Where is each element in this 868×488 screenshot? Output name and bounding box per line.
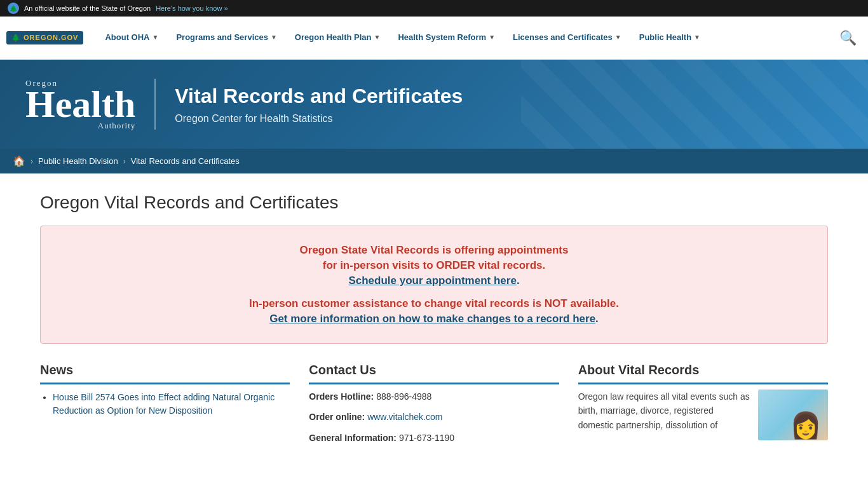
general-info-value: 971-673-1190 [399, 433, 454, 443]
about-image [758, 390, 828, 440]
page-title: Oregon Vital Records and Certificates [40, 193, 828, 213]
nav-health-system-reform[interactable]: Health System Reform ▼ [389, 17, 504, 60]
alert-line-2: for in-person visits to ORDER vital reco… [66, 259, 802, 272]
how-you-know-link[interactable]: Here's how you know » [156, 4, 227, 12]
general-info: General Information: 971-673-1190 [309, 431, 559, 445]
hero-logo-authority: Authority [25, 121, 135, 130]
hero-banner: Oregon Health Authority Vital Records an… [0, 60, 868, 149]
about-heading: About Vital Records [578, 363, 828, 384]
contact-column: Contact Us Orders Hotline: 888-896-4988 … [309, 363, 559, 451]
news-column: News House Bill 2574 Goes into Effect ad… [40, 363, 290, 451]
hero-title-area: Vital Records and Certificates Oregon Ce… [175, 85, 463, 125]
breadcrumb-current: Vital Records and Certificates [131, 156, 240, 166]
general-info-label: General Information: [309, 433, 397, 443]
nav-public-health[interactable]: Public Health ▼ [630, 17, 709, 60]
chevron-down-icon: ▼ [489, 34, 495, 41]
nav-licenses-certificates[interactable]: Licenses and Certificates ▼ [504, 17, 630, 60]
hero-logo-oregon: Oregon [25, 79, 135, 87]
orders-hotline: Orders Hotline: 888-896-4988 [309, 390, 559, 403]
logo-area: 🌲 OREGON.GOV [6, 31, 83, 44]
nav-oregon-health-plan[interactable]: Oregon Health Plan ▼ [286, 17, 390, 60]
three-columns: News House Bill 2574 Goes into Effect ad… [40, 363, 828, 451]
chevron-down-icon: ▼ [374, 34, 381, 41]
breadcrumb-sep-2: › [123, 157, 126, 166]
news-link-1[interactable]: House Bill 2574 Goes into Effect adding … [53, 392, 275, 416]
hero-title: Vital Records and Certificates [175, 85, 463, 108]
alert-schedule-line: Schedule your appointment here. [66, 274, 802, 287]
alert-box: Oregon State Vital Records is offering a… [40, 226, 828, 344]
about-column: About Vital Records Oregon law requires … [578, 363, 828, 451]
main-content: Oregon Vital Records and Certificates Or… [15, 173, 853, 470]
oha-logo: Oregon Health Authority [25, 79, 135, 130]
news-item-1: House Bill 2574 Goes into Effect adding … [53, 391, 290, 417]
main-nav: 🌲 OREGON.GOV About OHA ▼ Programs and Se… [0, 17, 868, 60]
hero-divider [154, 79, 156, 130]
contact-heading: Contact Us [309, 363, 559, 384]
news-heading: News [40, 363, 290, 384]
alert-line-3: In-person customer assistance to change … [66, 297, 802, 310]
nav-items: About OHA ▼ Programs and Services ▼ Oreg… [96, 17, 834, 60]
home-icon[interactable]: 🏠 [13, 155, 25, 167]
hero-logo-health: Health [25, 87, 135, 121]
top-bar-text: An official website of the State of Oreg… [24, 4, 151, 12]
orders-hotline-label: Orders Hotline: [309, 391, 374, 402]
alert-changes-line: Get more information on how to make chan… [66, 313, 802, 325]
chevron-down-icon: ▼ [694, 34, 700, 41]
news-list: House Bill 2574 Goes into Effect adding … [40, 391, 290, 417]
oregon-gov-logo[interactable]: 🌲 OREGON.GOV [6, 31, 83, 44]
vitalchek-link[interactable]: www.vitalchek.com [367, 412, 442, 422]
nav-about-oha[interactable]: About OHA ▼ [96, 17, 167, 60]
order-online: Order online: www.vitalchek.com [309, 410, 559, 424]
breadcrumb-sep-1: › [31, 157, 33, 166]
order-online-label: Order online: [309, 412, 365, 422]
oregon-flag-icon: 🌲 [8, 3, 19, 14]
chevron-down-icon: ▼ [271, 34, 277, 41]
breadcrumb-public-health-division[interactable]: Public Health Division [38, 156, 118, 166]
nav-programs-services[interactable]: Programs and Services ▼ [167, 17, 285, 60]
search-button[interactable]: 🔍 [834, 25, 862, 51]
hero-subtitle: Oregon Center for Health Statistics [175, 113, 463, 125]
top-bar: 🌲 An official website of the State of Or… [0, 0, 868, 17]
schedule-appointment-link[interactable]: Schedule your appointment here [348, 274, 517, 287]
breadcrumb: 🏠 › Public Health Division › Vital Recor… [0, 149, 868, 173]
make-changes-link[interactable]: Get more information on how to make chan… [269, 313, 595, 325]
chevron-down-icon: ▼ [615, 34, 621, 41]
orders-hotline-value: 888-896-4988 [376, 391, 431, 402]
chevron-down-icon: ▼ [153, 34, 159, 41]
alert-line-1: Oregon State Vital Records is offering a… [66, 244, 802, 257]
